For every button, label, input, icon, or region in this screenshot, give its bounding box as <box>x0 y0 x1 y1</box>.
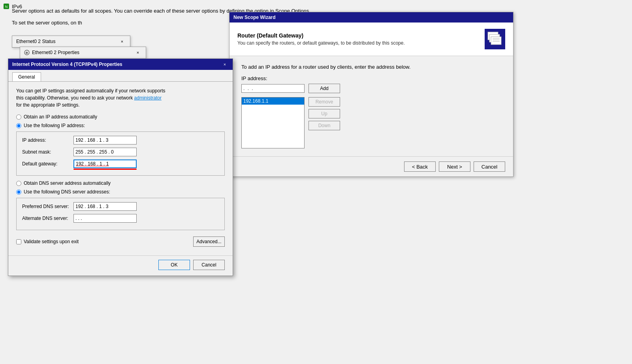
scope-wizard-icon <box>485 29 505 49</box>
scope-wizard-remove-button[interactable]: Remove <box>308 97 340 107</box>
scope-wizard-input-row: . . . Add <box>241 84 501 93</box>
ip-address-label: IP address: <box>22 137 73 143</box>
tcpip-auto-radio-row: Obtain an IP address automatically <box>16 114 225 120</box>
scope-wizard-header: Router (Default Gateway) You can specify… <box>229 23 513 56</box>
tcpip-body: You can get IP settings assigned automat… <box>8 82 233 254</box>
preferred-dns-field[interactable]: 192 . 168 . 1 . 3 <box>73 202 137 211</box>
scope-wizard-back-button[interactable]: < Back <box>404 161 436 172</box>
ipv6-item[interactable]: N IPv6 <box>3 3 22 9</box>
scope-wizard-up-button[interactable]: Up <box>308 109 340 118</box>
ip-address-value: 192 . 168 . 1 . 3 <box>75 137 108 143</box>
scope-wizard-next-button[interactable]: Next > <box>439 161 470 172</box>
preferred-dns-value: 192 . 168 . 1 . 3 <box>75 204 108 209</box>
scope-wizard-header-title: Router (Default Gateway) <box>237 32 405 39</box>
tcpip-bottom-row: Validate settings upon exit Advanced... <box>16 235 225 248</box>
ethernet-props-icon: ✱ <box>24 50 30 55</box>
auto-ip-radio[interactable] <box>16 114 21 120</box>
network-pages-icon <box>487 31 503 47</box>
scope-wizard-ip-list[interactable]: 192.168.1.1 <box>241 97 305 148</box>
tcpip-dns-group: Preferred DNS server: 192 . 168 . 1 . 3 … <box>16 198 225 230</box>
tcpip-ip-group: IP address: 192 . 168 . 1 . 3 Subnet mas… <box>16 131 225 176</box>
scope-wizard-title: New Scope Wizard <box>233 15 276 20</box>
scope-wizard-down-button[interactable]: Down <box>308 121 340 130</box>
validate-checkbox-row: Validate settings upon exit <box>16 239 79 244</box>
tcpip-title: Internet Protocol Version 4 (TCP/IPv4) P… <box>12 62 122 67</box>
ipv6-label: IPv6 <box>12 4 22 9</box>
tcpip-tabs: General <box>8 70 233 82</box>
auto-dns-radio[interactable] <box>16 181 21 186</box>
tcpip-close-button[interactable]: × <box>221 61 229 68</box>
tcpip-manual-dns-radio-row: Use the following DNS server addresses: <box>16 189 225 195</box>
advanced-button[interactable]: Advanced... <box>193 236 225 247</box>
ip-address-row: IP address: 192 . 168 . 1 . 3 <box>22 136 219 144</box>
ethernet-props-title: Ethernet0 2 Properties <box>32 50 79 55</box>
scope-wizard-add-button[interactable]: Add <box>308 84 340 93</box>
tcpip-ok-button[interactable]: OK <box>158 260 190 270</box>
manual-ip-radio[interactable] <box>16 123 21 128</box>
subnet-mask-field[interactable]: 255 . 255 . 255 . 0 <box>73 148 137 156</box>
preferred-dns-label: Preferred DNS server: <box>22 204 73 209</box>
scope-wizard-dialog: New Scope Wizard Router (Default Gateway… <box>229 12 514 177</box>
scope-wizard-header-text: Router (Default Gateway) You can specify… <box>237 32 405 46</box>
scope-wizard-header-subtitle: You can specify the routers, or default … <box>237 40 405 46</box>
ethernet-props-titlebar: ✱ Ethernet0 2 Properties × <box>20 47 146 58</box>
scope-wizard-titlebar: New Scope Wizard <box>229 12 513 23</box>
auto-dns-label: Obtain DNS server address automatically <box>24 180 111 186</box>
default-gateway-value: 192 . 168 . 1 . 1 <box>76 161 109 167</box>
scope-wizard-body: To add an IP address for a router used b… <box>229 56 513 156</box>
auto-ip-label: Obtain an IP address automatically <box>24 114 97 120</box>
alternate-dns-row: Alternate DNS server: . . . <box>22 214 219 223</box>
svg-text:✱: ✱ <box>25 51 28 55</box>
validate-label: Validate settings upon exit <box>24 239 79 244</box>
scope-wizard-description: To add an IP address for a router used b… <box>241 64 501 70</box>
ethernet-status-close[interactable]: × <box>118 38 126 45</box>
ip-address-field[interactable]: 192 . 168 . 1 . 3 <box>73 136 137 144</box>
scope-wizard-footer: < Back Next > Cancel <box>229 156 513 176</box>
default-gateway-field[interactable]: 192 . 168 . 1 . 1 <box>73 159 137 168</box>
network-icon: N <box>3 3 9 9</box>
red-underline-annotation <box>73 169 137 170</box>
tcpip-titlebar: Internet Protocol Version 4 (TCP/IPv4) P… <box>8 59 233 70</box>
tcpip-tab-general[interactable]: General <box>12 72 41 81</box>
svg-text:N: N <box>5 5 8 9</box>
ethernet-status-dialog: Ethernet0 2 Status × <box>12 36 130 48</box>
alternate-dns-label: Alternate DNS server: <box>22 216 73 221</box>
scope-wizard-side-buttons: Remove Up Down <box>308 97 340 130</box>
alternate-dns-field[interactable]: . . . <box>73 214 137 223</box>
ethernet-props-dialog: ✱ Ethernet0 2 Properties × <box>20 47 146 59</box>
scope-wizard-cancel-button[interactable]: Cancel <box>474 161 505 172</box>
validate-checkbox[interactable] <box>16 239 21 244</box>
tcpip-description: You can get IP settings assigned automat… <box>16 87 225 109</box>
svg-rect-4 <box>491 37 501 45</box>
tcpip-auto-dns-radio-row: Obtain DNS server address automatically <box>16 180 225 186</box>
scope-wizard-ip-label: IP address: <box>241 75 501 81</box>
manual-dns-radio[interactable] <box>16 190 21 195</box>
preferred-dns-row: Preferred DNS server: 192 . 168 . 1 . 3 <box>22 202 219 211</box>
scope-wizard-list-item[interactable]: 192.168.1.1 <box>242 98 304 105</box>
tcpip-footer: OK Cancel <box>8 255 233 276</box>
subnet-mask-label: Subnet mask: <box>22 149 73 155</box>
ethernet-status-title: Ethernet0 2 Status <box>16 39 55 44</box>
default-gateway-wrapper: 192 . 168 . 1 . 1 <box>73 159 137 168</box>
ethernet-status-titlebar: Ethernet0 2 Status × <box>12 36 130 47</box>
tcpip-cancel-button[interactable]: Cancel <box>193 260 225 270</box>
default-gateway-row: Default gateway: 192 . 168 . 1 . 1 <box>22 159 219 168</box>
subnet-mask-row: Subnet mask: 255 . 255 . 255 . 0 <box>22 148 219 156</box>
scope-wizard-ip-input[interactable]: . . . <box>241 84 305 93</box>
alternate-dns-value: . . . <box>75 216 82 221</box>
default-gateway-label: Default gateway: <box>22 161 73 167</box>
scope-wizard-ip-placeholder: . . . <box>243 86 254 91</box>
tcpip-dialog: Internet Protocol Version 4 (TCP/IPv4) P… <box>8 58 233 276</box>
ethernet-props-close[interactable]: × <box>134 49 142 56</box>
subnet-mask-value: 255 . 255 . 255 . 0 <box>75 149 114 155</box>
tcpip-manual-radio-row: Use the following IP address: <box>16 123 225 128</box>
manual-ip-label: Use the following IP address: <box>24 123 85 128</box>
manual-dns-label: Use the following DNS server addresses: <box>24 189 110 195</box>
scope-wizard-list-area: 192.168.1.1 Remove Up Down <box>241 97 501 148</box>
